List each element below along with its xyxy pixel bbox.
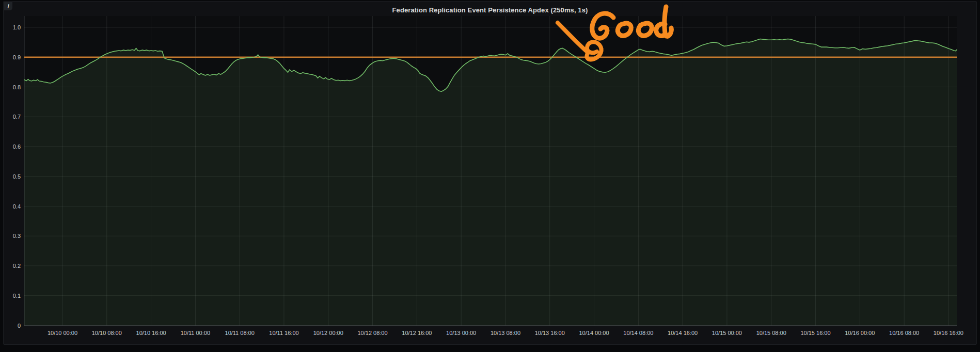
x-tick-label: 10/15 16:00 — [800, 330, 830, 336]
y-axis-tick-labels: 00.10.20.30.40.50.60.70.80.91.0 — [13, 24, 21, 329]
y-tick-label: 0 — [18, 323, 21, 329]
x-tick-label: 10/13 08:00 — [491, 330, 520, 336]
x-tick-label: 10/12 08:00 — [358, 330, 388, 336]
grafana-dashboard: { "panel": { "title": "Federation Replic… — [0, 0, 980, 352]
x-tick-label: 10/14 00:00 — [579, 330, 609, 336]
apdex-series-fill — [24, 39, 957, 326]
x-tick-label: 10/11 16:00 — [269, 330, 298, 336]
x-tick-label: 10/10 16:00 — [136, 330, 166, 336]
x-tick-label: 10/15 08:00 — [756, 330, 786, 336]
x-tick-label: 10/16 00:00 — [845, 330, 875, 336]
x-tick-label: 10/15 00:00 — [712, 330, 742, 336]
x-tick-label: 10/13 16:00 — [535, 330, 565, 336]
x-tick-label: 10/12 00:00 — [313, 330, 343, 336]
x-tick-label: 10/16 08:00 — [889, 330, 919, 336]
x-axis-tick-labels: 10/10 00:0010/10 08:0010/10 16:0010/11 0… — [48, 330, 963, 336]
panel-info-icon[interactable]: i — [4, 2, 12, 10]
y-tick-label: 0.7 — [13, 114, 21, 120]
x-tick-label: 10/11 00:00 — [181, 330, 210, 336]
y-tick-label: 0.3 — [13, 233, 21, 239]
y-tick-label: 0.4 — [13, 203, 21, 210]
y-tick-label: 0.9 — [13, 54, 21, 60]
apdex-timeseries-chart[interactable]: 10/10 00:0010/10 08:0010/10 16:0010/11 0… — [0, 0, 980, 352]
y-tick-label: 0.8 — [13, 84, 21, 90]
x-tick-label: 10/11 08:00 — [225, 330, 255, 336]
x-tick-label: 10/10 00:00 — [48, 330, 77, 336]
y-tick-label: 0.6 — [13, 143, 21, 150]
x-tick-label: 10/14 08:00 — [623, 330, 653, 336]
y-tick-label: 0.2 — [13, 263, 21, 269]
x-tick-label: 10/12 16:00 — [402, 330, 432, 336]
panel-title[interactable]: Federation Replication Event Persistence… — [392, 6, 588, 14]
x-tick-label: 10/14 16:00 — [668, 330, 698, 336]
x-tick-label: 10/16 16:00 — [934, 330, 963, 336]
y-tick-label: 0.5 — [13, 173, 21, 180]
y-tick-label: 0.1 — [13, 293, 21, 299]
x-tick-label: 10/10 08:00 — [92, 330, 122, 336]
x-tick-label: 10/13 00:00 — [446, 330, 476, 336]
y-tick-label: 1.0 — [13, 24, 21, 30]
